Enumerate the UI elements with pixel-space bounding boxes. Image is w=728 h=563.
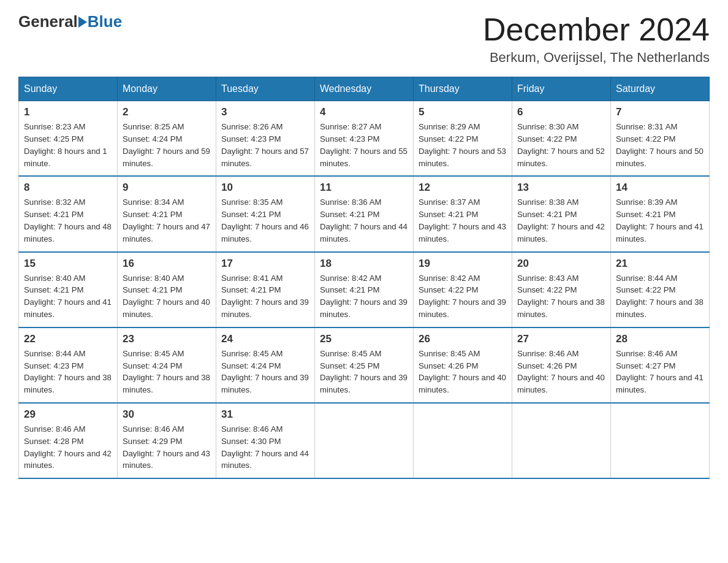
day-number: 31 — [221, 408, 309, 421]
calendar-cell: 16 Sunrise: 8:40 AMSunset: 4:21 PMDaylig… — [118, 252, 216, 327]
calendar-cell: 28 Sunrise: 8:46 AMSunset: 4:27 PMDaylig… — [611, 327, 710, 403]
calendar-week-row: 15 Sunrise: 8:40 AMSunset: 4:21 PMDaylig… — [19, 252, 710, 327]
column-header-thursday: Thursday — [414, 77, 512, 101]
day-number: 25 — [320, 333, 408, 345]
day-detail: Sunrise: 8:34 AMSunset: 4:21 PMDaylight:… — [123, 197, 210, 243]
day-detail: Sunrise: 8:43 AMSunset: 4:22 PMDaylight:… — [517, 274, 605, 319]
logo-arrow-icon — [78, 17, 87, 28]
day-detail: Sunrise: 8:45 AMSunset: 4:25 PMDaylight:… — [320, 349, 408, 394]
calendar-cell: 5 Sunrise: 8:29 AMSunset: 4:22 PMDayligh… — [414, 101, 512, 177]
day-number: 12 — [419, 182, 507, 194]
calendar-cell: 26 Sunrise: 8:45 AMSunset: 4:26 PMDaylig… — [414, 327, 512, 403]
calendar-cell: 12 Sunrise: 8:37 AMSunset: 4:21 PMDaylig… — [414, 176, 512, 251]
day-detail: Sunrise: 8:36 AMSunset: 4:21 PMDaylight:… — [320, 197, 408, 243]
day-number: 11 — [320, 182, 408, 194]
day-number: 18 — [320, 258, 408, 270]
calendar-cell: 8 Sunrise: 8:32 AMSunset: 4:21 PMDayligh… — [19, 176, 118, 251]
calendar-cell: 20 Sunrise: 8:43 AMSunset: 4:22 PMDaylig… — [512, 252, 611, 327]
day-detail: Sunrise: 8:38 AMSunset: 4:21 PMDaylight:… — [517, 197, 605, 243]
column-header-saturday: Saturday — [611, 77, 710, 101]
day-detail: Sunrise: 8:44 AMSunset: 4:22 PMDaylight:… — [616, 274, 703, 319]
calendar-cell: 21 Sunrise: 8:44 AMSunset: 4:22 PMDaylig… — [611, 252, 710, 327]
day-number: 27 — [517, 333, 605, 345]
day-detail: Sunrise: 8:31 AMSunset: 4:22 PMDaylight:… — [616, 122, 703, 167]
calendar-table: SundayMondayTuesdayWednesdayThursdayFrid… — [18, 77, 710, 479]
day-number: 20 — [517, 258, 605, 270]
column-header-sunday: Sunday — [19, 77, 118, 101]
calendar-week-row: 8 Sunrise: 8:32 AMSunset: 4:21 PMDayligh… — [19, 176, 710, 251]
calendar-cell — [315, 403, 414, 478]
day-detail: Sunrise: 8:42 AMSunset: 4:22 PMDaylight:… — [419, 274, 506, 319]
calendar-cell: 19 Sunrise: 8:42 AMSunset: 4:22 PMDaylig… — [414, 252, 512, 327]
day-number: 22 — [24, 333, 112, 345]
day-detail: Sunrise: 8:30 AMSunset: 4:22 PMDaylight:… — [517, 122, 605, 167]
day-detail: Sunrise: 8:27 AMSunset: 4:23 PMDaylight:… — [320, 122, 408, 167]
column-header-monday: Monday — [118, 77, 216, 101]
calendar-cell — [512, 403, 611, 478]
day-detail: Sunrise: 8:46 AMSunset: 4:30 PMDaylight:… — [221, 424, 309, 470]
calendar-cell: 4 Sunrise: 8:27 AMSunset: 4:23 PMDayligh… — [315, 101, 414, 177]
calendar-cell: 17 Sunrise: 8:41 AMSunset: 4:21 PMDaylig… — [216, 252, 315, 327]
location-subtitle: Berkum, Overijssel, The Netherlands — [483, 50, 710, 66]
day-number: 8 — [24, 182, 112, 194]
day-number: 9 — [123, 182, 211, 194]
day-detail: Sunrise: 8:26 AMSunset: 4:23 PMDaylight:… — [221, 122, 309, 167]
calendar-cell: 11 Sunrise: 8:36 AMSunset: 4:21 PMDaylig… — [315, 176, 414, 251]
calendar-cell: 15 Sunrise: 8:40 AMSunset: 4:21 PMDaylig… — [19, 252, 118, 327]
logo-general-text: General — [18, 12, 78, 31]
day-number: 29 — [24, 408, 112, 421]
day-number: 23 — [123, 333, 211, 345]
day-number: 4 — [320, 106, 408, 118]
day-number: 24 — [221, 333, 309, 345]
day-detail: Sunrise: 8:35 AMSunset: 4:21 PMDaylight:… — [221, 197, 309, 243]
calendar-cell: 2 Sunrise: 8:25 AMSunset: 4:24 PMDayligh… — [118, 101, 216, 177]
logo-blue-text: Blue — [88, 12, 122, 31]
title-block: December 2024 Berkum, Overijssel, The Ne… — [483, 12, 710, 66]
day-detail: Sunrise: 8:45 AMSunset: 4:24 PMDaylight:… — [123, 349, 210, 394]
month-title: December 2024 — [483, 12, 710, 47]
calendar-week-row: 22 Sunrise: 8:44 AMSunset: 4:23 PMDaylig… — [19, 327, 710, 403]
day-number: 7 — [616, 106, 704, 118]
day-detail: Sunrise: 8:25 AMSunset: 4:24 PMDaylight:… — [123, 122, 210, 167]
column-header-wednesday: Wednesday — [315, 77, 414, 101]
calendar-cell: 10 Sunrise: 8:35 AMSunset: 4:21 PMDaylig… — [216, 176, 315, 251]
calendar-cell: 1 Sunrise: 8:23 AMSunset: 4:25 PMDayligh… — [19, 101, 118, 177]
day-number: 28 — [616, 333, 704, 345]
day-number: 17 — [221, 258, 309, 270]
day-detail: Sunrise: 8:42 AMSunset: 4:21 PMDaylight:… — [320, 274, 408, 319]
day-number: 16 — [123, 258, 211, 270]
day-detail: Sunrise: 8:23 AMSunset: 4:25 PMDaylight:… — [24, 122, 107, 167]
calendar-cell: 23 Sunrise: 8:45 AMSunset: 4:24 PMDaylig… — [118, 327, 216, 403]
day-detail: Sunrise: 8:40 AMSunset: 4:21 PMDaylight:… — [24, 274, 112, 319]
day-number: 14 — [616, 182, 704, 194]
day-number: 30 — [123, 408, 211, 421]
calendar-cell: 9 Sunrise: 8:34 AMSunset: 4:21 PMDayligh… — [118, 176, 216, 251]
day-detail: Sunrise: 8:45 AMSunset: 4:26 PMDaylight:… — [419, 349, 506, 394]
day-number: 1 — [24, 106, 112, 118]
day-detail: Sunrise: 8:46 AMSunset: 4:27 PMDaylight:… — [616, 349, 703, 394]
day-detail: Sunrise: 8:39 AMSunset: 4:21 PMDaylight:… — [616, 197, 703, 243]
day-detail: Sunrise: 8:45 AMSunset: 4:24 PMDaylight:… — [221, 349, 309, 394]
day-number: 26 — [419, 333, 507, 345]
day-detail: Sunrise: 8:41 AMSunset: 4:21 PMDaylight:… — [221, 274, 309, 319]
page-header: General Blue December 2024 Berkum, Overi… — [18, 12, 710, 66]
calendar-cell: 3 Sunrise: 8:26 AMSunset: 4:23 PMDayligh… — [216, 101, 315, 177]
calendar-week-row: 1 Sunrise: 8:23 AMSunset: 4:25 PMDayligh… — [19, 101, 710, 177]
day-detail: Sunrise: 8:29 AMSunset: 4:22 PMDaylight:… — [419, 122, 506, 167]
day-detail: Sunrise: 8:37 AMSunset: 4:21 PMDaylight:… — [419, 197, 506, 243]
calendar-cell — [611, 403, 710, 478]
calendar-cell: 27 Sunrise: 8:46 AMSunset: 4:26 PMDaylig… — [512, 327, 611, 403]
calendar-week-row: 29 Sunrise: 8:46 AMSunset: 4:28 PMDaylig… — [19, 403, 710, 478]
logo: General Blue — [18, 12, 122, 31]
day-detail: Sunrise: 8:32 AMSunset: 4:21 PMDaylight:… — [24, 197, 112, 243]
day-detail: Sunrise: 8:46 AMSunset: 4:26 PMDaylight:… — [517, 349, 605, 394]
calendar-cell: 7 Sunrise: 8:31 AMSunset: 4:22 PMDayligh… — [611, 101, 710, 177]
calendar-cell — [414, 403, 512, 478]
day-detail: Sunrise: 8:40 AMSunset: 4:21 PMDaylight:… — [123, 274, 210, 319]
day-number: 15 — [24, 258, 112, 270]
day-number: 6 — [517, 106, 605, 118]
day-number: 5 — [419, 106, 507, 118]
calendar-cell: 29 Sunrise: 8:46 AMSunset: 4:28 PMDaylig… — [19, 403, 118, 478]
day-number: 21 — [616, 258, 704, 270]
day-number: 2 — [123, 106, 211, 118]
